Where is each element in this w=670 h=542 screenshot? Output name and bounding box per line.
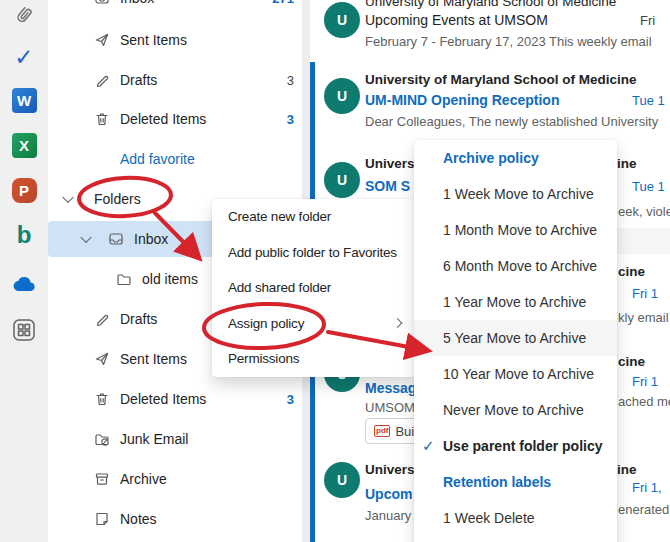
menu-item-6-month-archive[interactable]: 6 Month Move to Archive [414,248,617,284]
menu-item-add-public-folder[interactable]: Add public folder to Favorites [212,235,415,271]
add-favorite-button[interactable]: Add favorite [48,139,302,179]
submenu-header-retention-labels: Retention labels [414,464,617,500]
menu-item-5-year-archive[interactable]: 5 Year Move to Archive [414,320,617,356]
word-icon[interactable]: W [11,87,37,113]
avatar: U [324,78,360,114]
sidebar-item-deleted-items[interactable]: Deleted Items 3 [48,379,302,419]
menu-item-create-new-folder[interactable]: Create new folder [212,199,415,235]
avatar: U [324,162,360,198]
avatar: U [324,462,360,498]
archive-box-icon [94,471,110,487]
send-icon [94,351,110,367]
chevron-down-icon [62,192,73,203]
menu-item-10-year-archive[interactable]: 10 Year Move to Archive [414,356,617,392]
menu-item-add-shared-folder[interactable]: Add shared folder [212,270,415,306]
assign-policy-submenu: Archive policy 1 Week Move to Archive 1 … [414,140,617,542]
trash-icon [94,391,110,407]
menu-item-1-week-archive[interactable]: 1 Week Move to Archive [414,176,617,212]
note-icon [94,511,110,527]
folder-context-menu: Create new folder Add public folder to F… [212,199,415,377]
menu-item-assign-policy[interactable]: Assign policy [212,306,415,342]
unread-indicator [310,450,315,542]
sidebar-item-archive[interactable]: Archive [48,459,302,499]
menu-item-1-week-delete[interactable]: 1 Week Delete [414,500,617,536]
pencil-icon [94,72,110,88]
trash-icon [94,111,110,127]
menu-item-1-year-archive[interactable]: 1 Year Move to Archive [414,284,617,320]
inbox-icon [108,231,124,247]
outlook-window: ✓ W X P b Inbox 271 Sent Items [0,0,670,542]
sidebar-item-favorite-drafts[interactable]: Drafts 3 [48,60,302,100]
menu-item-never-archive[interactable]: Never Move to Archive [414,392,617,428]
checkmark-icon: ✓ [422,437,435,455]
paperclip-icon[interactable] [11,2,37,28]
apps-grid-icon[interactable] [11,317,37,343]
sidebar-item-favorite-sent[interactable]: Sent Items [48,20,302,60]
send-icon [94,32,110,48]
email-row[interactable]: U University of Maryland School of Medic… [310,0,670,63]
sidebar-item-junk-email[interactable]: Junk Email [48,419,302,459]
powerpoint-icon[interactable]: P [11,177,37,203]
inbox-icon [94,0,110,6]
pencil-icon [94,311,110,327]
folder-icon [116,271,132,287]
app-launcher-bar: ✓ W X P b [0,0,49,542]
excel-icon[interactable]: X [11,132,37,158]
onedrive-icon[interactable] [11,273,37,299]
bing-icon[interactable]: b [11,222,37,248]
menu-item-permissions[interactable]: Permissions [212,341,415,377]
pdf-icon: pdf [374,425,390,437]
todo-check-icon[interactable]: ✓ [11,44,37,70]
unread-indicator [310,62,315,146]
sidebar-item-favorite-deleted[interactable]: Deleted Items 3 [48,99,302,139]
junk-folder-icon [94,431,110,447]
menu-item-use-parent-policy[interactable]: ✓ Use parent folder policy [414,428,617,464]
avatar: U [324,2,360,38]
chevron-down-icon [80,232,91,243]
submenu-header-archive-policy: Archive policy [414,140,617,176]
chevron-right-icon [393,318,403,328]
email-row[interactable]: U University of Maryland School of Medic… [310,62,670,147]
sidebar-item-favorite-inbox[interactable]: Inbox 271 [48,0,302,18]
menu-item-1-month-archive[interactable]: 1 Month Move to Archive [414,212,617,248]
sidebar-item-notes[interactable]: Notes [48,499,302,539]
